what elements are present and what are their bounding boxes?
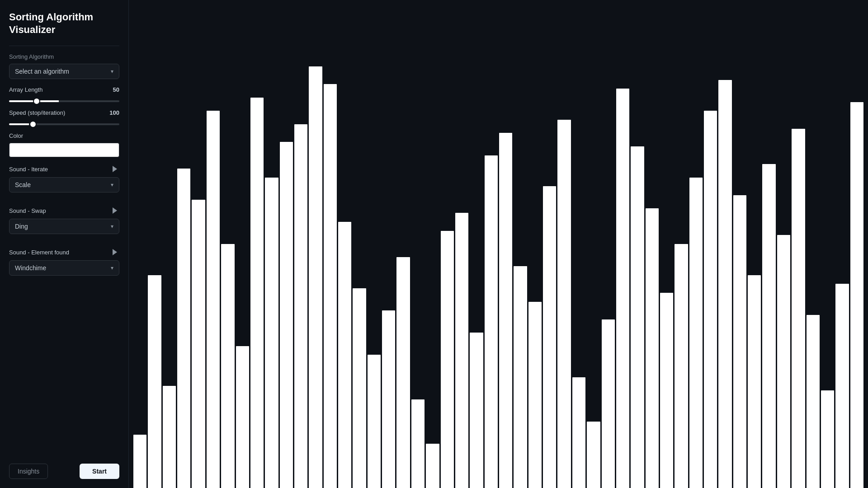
bar — [265, 178, 278, 488]
bar — [396, 257, 410, 488]
sound-swap-dropdown[interactable]: Ding ▾ — [9, 219, 119, 234]
bar — [177, 169, 190, 488]
bar — [572, 377, 585, 488]
insights-button[interactable]: Insights — [9, 464, 48, 479]
sorting-algorithm-label: Sorting Algorithm — [9, 53, 119, 60]
color-section: Color — [9, 132, 119, 157]
bar — [689, 178, 703, 488]
sound-iterate-section: Sound - Iterate Scale ▾ — [9, 164, 119, 200]
svg-marker-1 — [113, 207, 117, 214]
color-picker[interactable] — [9, 143, 119, 157]
bar — [557, 120, 571, 488]
bar — [528, 302, 542, 488]
bar — [485, 155, 498, 488]
bar — [602, 319, 615, 488]
bar — [718, 80, 731, 488]
bar — [411, 399, 425, 488]
bar — [792, 129, 805, 488]
bar — [587, 422, 600, 488]
bar — [543, 186, 556, 488]
sound-element-dropdown[interactable]: Windchime ▾ — [9, 260, 119, 276]
bottom-actions: Insights Start — [9, 456, 119, 479]
bar — [616, 89, 629, 488]
bar — [133, 435, 146, 488]
array-length-slider[interactable] — [9, 100, 119, 102]
algorithm-dropdown[interactable]: Select an algorithm ▾ — [9, 64, 119, 79]
bar — [338, 222, 351, 488]
bar — [514, 266, 527, 488]
bar — [324, 84, 337, 488]
start-button[interactable]: Start — [80, 464, 119, 479]
bar — [221, 244, 234, 488]
sound-swap-label: Sound - Swap — [9, 207, 46, 214]
array-length-label: Array Length — [9, 86, 42, 93]
sound-iterate-dropdown[interactable]: Scale ▾ — [9, 177, 119, 192]
app-title: Sorting Algorithm Visualizer — [9, 11, 119, 36]
bar — [470, 333, 483, 488]
bar — [163, 386, 176, 488]
bar — [850, 102, 863, 488]
sound-swap-value: Ding — [15, 223, 28, 230]
svg-marker-0 — [113, 166, 117, 172]
sound-swap-section: Sound - Swap Ding ▾ — [9, 206, 119, 241]
sidebar: Sorting Algorithm Visualizer Sorting Alg… — [0, 0, 129, 488]
bar — [294, 124, 307, 488]
bar — [835, 284, 849, 488]
visualization-area — [129, 0, 868, 488]
bar — [660, 293, 673, 488]
bar — [455, 213, 468, 488]
bar — [821, 390, 834, 488]
algorithm-dropdown-value: Select an algorithm — [15, 68, 69, 75]
chevron-down-icon: ▾ — [111, 223, 113, 230]
bar — [499, 133, 512, 488]
bar — [250, 98, 264, 488]
bar — [353, 288, 366, 488]
color-label: Color — [9, 132, 119, 139]
bar — [733, 195, 746, 488]
bar — [807, 315, 820, 488]
sound-element-play-button[interactable] — [110, 248, 119, 257]
bar — [646, 208, 659, 488]
speed-section: Speed (stop/iteration) 100 — [9, 109, 119, 127]
bar — [382, 310, 395, 488]
bar — [148, 275, 161, 488]
bar — [441, 231, 454, 488]
bar — [762, 164, 775, 488]
sound-iterate-value: Scale — [15, 181, 31, 188]
chevron-down-icon: ▾ — [111, 68, 113, 75]
bar — [280, 142, 293, 488]
sound-iterate-play-button[interactable] — [110, 164, 119, 174]
bar — [368, 355, 381, 488]
chevron-down-icon: ▾ — [111, 182, 113, 188]
divider — [9, 46, 119, 46]
play-icon — [111, 165, 118, 173]
bar — [704, 111, 717, 488]
array-length-value: 50 — [113, 86, 119, 93]
sound-iterate-label: Sound - Iterate — [9, 166, 48, 173]
sound-swap-play-button[interactable] — [110, 206, 119, 215]
play-icon — [111, 207, 118, 214]
bar — [748, 275, 761, 488]
bar — [675, 244, 688, 488]
bars-container — [133, 9, 863, 488]
sound-element-value: Windchime — [15, 264, 46, 272]
bar — [426, 444, 439, 488]
bar — [192, 200, 205, 488]
bar — [309, 66, 322, 488]
bar — [631, 146, 644, 488]
speed-slider[interactable] — [9, 123, 119, 125]
play-icon — [111, 249, 118, 256]
sound-element-label: Sound - Element found — [9, 249, 69, 256]
bar — [207, 111, 220, 488]
sound-element-section: Sound - Element found Windchime ▾ — [9, 248, 119, 283]
bar — [777, 235, 790, 488]
speed-label: Speed (stop/iteration) — [9, 109, 65, 116]
svg-marker-2 — [113, 249, 117, 255]
chevron-down-icon: ▾ — [111, 265, 113, 271]
array-length-section: Array Length 50 — [9, 86, 119, 104]
bar — [236, 346, 249, 488]
speed-value: 100 — [109, 109, 119, 116]
